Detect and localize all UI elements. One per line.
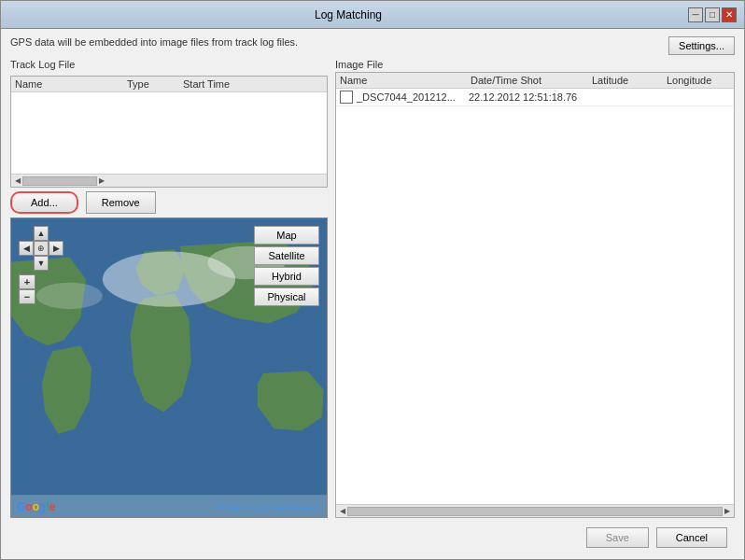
track-log-header: Name Type Start Time	[11, 77, 327, 92]
img-col-name: Name	[340, 75, 471, 86]
track-log-buttons: Add... Remove	[10, 191, 328, 214]
zoom-out-button[interactable]: −	[19, 289, 35, 304]
img-col-lon: Longitude	[667, 75, 730, 86]
track-log-rows	[11, 92, 327, 174]
left-panel: Track Log File Name Type Start Time ◀ ▶	[10, 59, 328, 518]
terms-link[interactable]: Условия использования	[216, 503, 319, 513]
main-content: GPS data will be embedded into image fil…	[1, 29, 744, 559]
info-text: GPS data will be embedded into image fil…	[10, 36, 298, 48]
right-panel: Image File Name Date/Time Shot Latitude …	[335, 59, 735, 518]
top-bar: GPS data will be embedded into image fil…	[10, 36, 735, 55]
map-type-map[interactable]: Map	[254, 226, 319, 245]
img-col-datetime: Date/Time Shot	[471, 75, 592, 86]
map-type-buttons: Map Satellite Hybrid Physical	[254, 226, 319, 306]
zoom-controls: + −	[19, 274, 35, 304]
table-row: _DSC7044_201212... 22.12.2012 12:51:18.7…	[336, 89, 734, 106]
row-checkbox[interactable]	[340, 91, 353, 104]
track-col-name: Name	[15, 78, 127, 90]
track-col-type: Type	[127, 78, 183, 90]
image-table-hscroll[interactable]: ◀ ▶	[336, 504, 734, 517]
nav-empty-tl	[19, 226, 34, 241]
svg-point-3	[36, 283, 103, 309]
google-o2: o	[33, 500, 39, 513]
img-hscroll-thumb[interactable]	[347, 507, 723, 516]
track-log-hscroll[interactable]: ◀ ▶	[11, 174, 327, 187]
nav-empty-br	[49, 256, 63, 271]
cancel-button[interactable]: Cancel	[656, 527, 727, 548]
nav-center-button[interactable]: ⊕	[34, 241, 49, 256]
hscroll-left-arrow[interactable]: ◀	[13, 176, 22, 185]
track-log-label: Track Log File	[10, 59, 328, 70]
map-navigation: ▲ ◀ ⊕ ▶ ▼	[19, 226, 63, 271]
img-hscroll-right[interactable]: ▶	[723, 507, 732, 515]
map-type-hybrid[interactable]: Hybrid	[254, 267, 319, 286]
nav-down-button[interactable]: ▼	[34, 256, 49, 271]
add-button[interactable]: Add...	[10, 191, 78, 214]
minimize-button[interactable]: ─	[688, 7, 703, 22]
image-table-body: _DSC7044_201212... 22.12.2012 12:51:18.7…	[336, 89, 734, 504]
google-o1: o	[25, 500, 32, 513]
nav-right-button[interactable]: ▶	[49, 241, 63, 256]
settings-button[interactable]: Settings...	[668, 36, 735, 55]
row-datetime: 22.12.2012 12:51:18.76	[469, 91, 590, 103]
nav-up-button[interactable]: ▲	[34, 226, 49, 241]
track-col-start: Start Time	[183, 78, 323, 90]
row-name: _DSC7044_201212...	[357, 91, 469, 103]
main-window: Log Matching ─ □ ✕ GPS data will be embe…	[0, 0, 745, 560]
track-log-table: Name Type Start Time ◀ ▶	[10, 76, 328, 188]
google-logo: Google	[17, 500, 55, 513]
google-g1: G	[17, 500, 25, 513]
panels: Track Log File Name Type Start Time ◀ ▶	[10, 59, 735, 518]
window-title: Log Matching	[8, 8, 688, 21]
image-table-header: Name Date/Time Shot Latitude Longitude	[336, 73, 734, 89]
img-col-lat: Latitude	[592, 75, 667, 86]
map-type-physical[interactable]: Physical	[254, 287, 319, 306]
title-controls: ─ □ ✕	[688, 7, 737, 22]
remove-button[interactable]: Remove	[86, 191, 156, 214]
hscroll-thumb[interactable]	[22, 176, 97, 186]
save-button[interactable]: Save	[586, 527, 649, 548]
map-type-satellite[interactable]: Satellite	[254, 246, 319, 265]
image-file-label: Image File	[335, 59, 735, 70]
img-hscroll-left[interactable]: ◀	[338, 507, 347, 515]
image-table: Name Date/Time Shot Latitude Longitude _…	[335, 72, 735, 518]
zoom-in-button[interactable]: +	[19, 274, 35, 289]
map-container: ▲ ◀ ⊕ ▶ ▼ + −	[10, 217, 328, 518]
title-bar: Log Matching ─ □ ✕	[1, 1, 744, 29]
hscroll-right-arrow[interactable]: ▶	[97, 176, 106, 185]
nav-cross: ▲ ◀ ⊕ ▶ ▼	[19, 226, 63, 271]
nav-empty-tr	[49, 226, 63, 241]
maximize-button[interactable]: □	[705, 7, 720, 22]
bottom-bar: Save Cancel	[10, 522, 735, 552]
nav-empty-bl	[19, 256, 34, 271]
google-e: e	[49, 500, 56, 513]
nav-left-button[interactable]: ◀	[19, 241, 34, 256]
close-button[interactable]: ✕	[722, 7, 737, 22]
